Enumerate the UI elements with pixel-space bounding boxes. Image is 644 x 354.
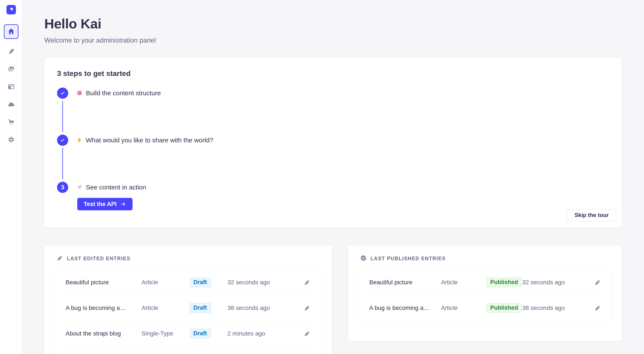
step-3-number: 3 [61,184,64,191]
main-content: Hello Kai Welcome to your administration… [22,0,644,354]
arrow-right-icon [120,201,126,207]
media-pictures-icon [7,65,15,73]
sidebar-item-cloud[interactable] [6,100,16,109]
check-icon [60,90,66,96]
table-row: About the strapi blog Single-Type Draft … [54,321,323,346]
skip-tour-button[interactable]: Skip the tour [568,209,616,221]
pencil-icon [594,279,601,286]
page-title: Hello Kai [44,16,622,31]
page-subtitle: Welcome to your administration panel [44,36,622,44]
entry-type: Article [441,305,486,312]
sidebar [0,0,22,354]
sidebar-divider [0,21,22,21]
entry-time: 38 seconds ago [228,305,296,312]
bottom-panels: LAST EDITED ENTRIES Beautiful picture Ar… [44,245,622,354]
step-2-label: What would you like to share with the wo… [86,137,213,144]
home-icon [7,27,15,36]
status-badge: Published [486,278,522,287]
rocket-emoji-icon [76,183,83,191]
sidebar-item-media-library[interactable] [6,64,16,74]
pencil-icon [304,330,310,337]
edit-entry-button[interactable] [302,278,312,287]
edit-entry-button[interactable] [593,304,602,313]
shopping-cart-icon [7,118,15,126]
brain-emoji-icon [76,89,83,97]
table-row: Beautiful picture Article Published 32 s… [357,270,612,295]
tour-step-3: 3 [57,182,609,210]
step-2-completed-circle [57,135,68,146]
sidebar-nav [4,24,18,145]
entry-title: About the strapi blog [66,330,142,337]
status-badge: Published [486,303,522,313]
step-connector-line [62,101,63,132]
cloud-icon [7,100,15,109]
entry-title: A bug is becoming a… [66,305,142,312]
step-3-label: See content in action [86,184,146,191]
entry-time: 38 seconds ago [522,305,587,312]
sidebar-item-settings[interactable] [6,135,16,145]
last-published-title: LAST PUBLISHED ENTRIES [370,256,446,262]
tour-title: 3 steps to get started [57,69,609,78]
sidebar-item-content-manager[interactable] [6,47,16,56]
entry-title: A bug is becoming a… [369,305,441,312]
last-edited-table: Beautiful picture Article Draft 32 secon… [53,270,323,354]
check-circle-icon [360,255,367,262]
tour-step-1: Build the content structure [57,87,609,135]
lightning-emoji-icon [76,136,83,144]
entry-type: Article [142,305,190,312]
status-badge: Draft [190,278,211,287]
step-1-completed-circle [57,87,68,99]
last-edited-title: LAST EDITED ENTRIES [67,256,130,262]
entry-time: 32 seconds ago [228,279,296,286]
status-badge: Draft [190,303,211,313]
check-icon [60,137,66,143]
layout-panel-icon [7,83,15,91]
pencil-icon [304,305,310,311]
step-connector-line [62,148,63,179]
test-api-button-label: Test the API [84,201,116,208]
table-row: Beautiful picture Article Draft 32 secon… [54,270,323,295]
pencil-icon [304,279,310,286]
guided-tour-card: 3 steps to get started [44,58,622,228]
edit-entry-button[interactable] [302,329,312,338]
last-published-panel: LAST PUBLISHED ENTRIES Beautiful picture… [348,245,622,341]
pencil-icon [594,305,601,311]
edit-entry-button[interactable] [593,278,602,287]
entry-title: Beautiful picture [66,279,142,286]
step-1-label: Build the content structure [86,89,161,97]
entry-title: Beautiful picture [369,279,441,286]
edit-entry-button[interactable] [302,304,312,313]
last-published-table: Beautiful picture Article Published 32 s… [357,270,613,321]
strapi-logo-button[interactable] [6,5,16,14]
entry-type: Article [142,279,190,286]
sidebar-item-content-type-builder[interactable] [6,82,16,92]
sidebar-item-marketplace[interactable] [6,117,16,127]
table-row: A bug is becoming a… Article Published 3… [357,295,612,321]
entry-time: 2 minutes ago [228,330,296,337]
entry-type: Article [441,279,486,286]
table-row: A bug is becoming a… Article Draft 38 se… [54,295,323,321]
step-3-number-circle: 3 [57,182,68,193]
entry-time: 32 seconds ago [522,279,587,286]
last-edited-panel: LAST EDITED ENTRIES Beautiful picture Ar… [44,245,332,354]
pencil-icon [56,255,63,262]
feather-pen-icon [7,47,15,56]
gear-icon [7,136,15,144]
entry-type: Single-Type [142,330,190,337]
table-row-partial [54,347,323,354]
tour-step-2: What would you like to share with the wo… [57,135,609,182]
test-api-button[interactable]: Test the API [77,198,132,210]
sidebar-item-home[interactable] [4,24,18,39]
tour-steps: Build the content structure [57,87,609,210]
status-badge: Draft [190,329,211,339]
strapi-logo-icon [8,7,14,13]
